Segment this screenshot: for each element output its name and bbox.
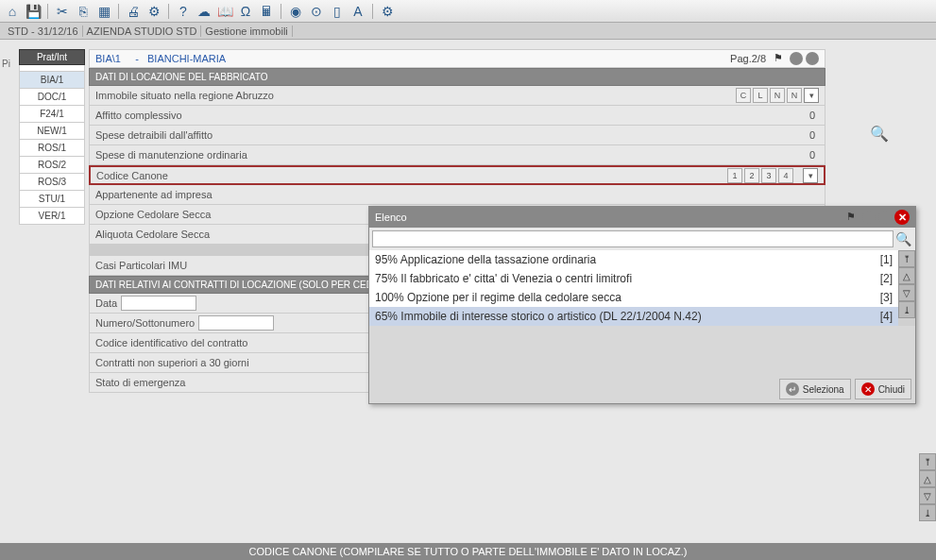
canone-dropdown-icon[interactable]: ▾ (803, 168, 818, 183)
book-icon[interactable]: 📖 (216, 3, 233, 20)
sidebar-item-doc1[interactable]: DOC/1 (19, 89, 85, 106)
spese-man-label: Spese di manutenzione ordinaria (95, 149, 762, 161)
canone-1[interactable]: 1 (727, 168, 742, 183)
search-icon[interactable]: 🔍 (893, 230, 912, 247)
print-icon[interactable]: 🖨 (125, 3, 142, 20)
elenco-popup: Elenco ⚑ ✕ 🔍 95% Applicazione della tass… (368, 206, 916, 404)
seleziona-button[interactable]: ↵ Seleziona (779, 379, 851, 399)
sidebar-item-f241[interactable]: F24/1 (19, 106, 85, 123)
close-icon: ✕ (861, 382, 875, 396)
popup-pin-icon[interactable]: ⚑ (846, 211, 859, 224)
sidebar-item-ver1[interactable]: VER/1 (19, 208, 85, 225)
cell-l[interactable]: L (753, 88, 768, 103)
home-icon[interactable]: ⌂ (4, 3, 21, 20)
cell-c[interactable]: C (736, 88, 751, 103)
client-code: BIA\1 (95, 53, 121, 64)
pin-icon[interactable]: ⚑ (774, 52, 787, 65)
dropdown-arrow-icon[interactable]: ▾ (804, 88, 819, 103)
popup-footer: ↵ Seleziona ✕ Chiudi (369, 326, 915, 403)
breadcrumb-module: Gestione immobili (201, 25, 292, 37)
spese-det-label: Spese detraibili dall'affitto (95, 129, 762, 141)
sidebar-header: Prat/Int (19, 49, 85, 65)
canone-label: Codice Canone (96, 170, 727, 181)
panel-header: BIA\1 - BIANCHI-MARIA Pag.2/8 ⚑ (89, 49, 825, 68)
target-icon[interactable]: ◉ (287, 3, 304, 20)
circle1-icon[interactable] (790, 52, 803, 65)
spese-man-value[interactable]: 0 (762, 149, 819, 161)
r-scroll-down-icon[interactable]: ▽ (919, 487, 936, 504)
popup-header: Elenco ⚑ ✕ (369, 207, 915, 228)
cell-n2[interactable]: N (787, 88, 802, 103)
copy-icon[interactable]: ⎘ (75, 3, 92, 20)
immobile-label: Immobile situato nella regione Abruzzo (95, 90, 736, 101)
sidebar-item-blank[interactable] (19, 65, 85, 72)
row-spese-man: Spese di manutenzione ordinaria 0 (89, 145, 825, 165)
scroll-top-icon[interactable]: ⤒ (898, 250, 915, 267)
help-icon[interactable]: ? (175, 3, 192, 20)
canone-4[interactable]: 4 (778, 168, 793, 183)
calc-icon[interactable]: 🖩 (258, 3, 275, 20)
breadcrumb-company: AZIENDA STUDIO STD (83, 25, 202, 37)
row-spese-det: Spese detraibili dall'affitto 0 (89, 126, 825, 145)
data-label: Data (95, 297, 117, 309)
popup-search-input[interactable] (372, 230, 893, 247)
spese-det-value[interactable]: 0 (762, 129, 819, 141)
popup-item-2[interactable]: 75% Il fabbricato e' citta' di Venezia o… (369, 269, 898, 288)
popup-scroll: ⤒ △ ▽ ⤓ (898, 250, 915, 326)
main-toolbar: ⌂ 💾 ✂ ⎘ ▦ 🖨 ⚙ ? ☁ 📖 Ω 🖩 ◉ ⊙ ▯ A ⚙ (0, 0, 936, 23)
pi-label: Pi (2, 59, 10, 69)
scroll-down-icon[interactable]: ▽ (898, 284, 915, 301)
impresa-label: Appartenente ad impresa (95, 189, 819, 200)
sidebar-item-bia1[interactable]: BIA/1 (19, 72, 85, 89)
sidebar-item-ros2[interactable]: ROS/2 (19, 157, 85, 174)
section1-title: DATI DI LOCAZIONE DEL FABBRICATO (89, 68, 825, 86)
record-icon[interactable]: ⊙ (308, 3, 325, 20)
omega-icon[interactable]: Ω (237, 3, 254, 20)
popup-close-icon[interactable]: ✕ (894, 210, 910, 225)
sidebar-item-new1[interactable]: NEW/1 (19, 123, 85, 140)
data-input[interactable] (121, 296, 196, 311)
sidebar-item-ros3[interactable]: ROS/3 (19, 174, 85, 191)
return-icon: ↵ (786, 382, 799, 396)
top-search-icon[interactable]: 🔍 (870, 125, 889, 143)
r-scroll-up-icon[interactable]: △ (919, 470, 936, 487)
numero-label: Numero/Sottonumero (95, 317, 195, 329)
gear-icon[interactable]: ⚙ (379, 3, 396, 20)
chiudi-button[interactable]: ✕ Chiudi (855, 379, 911, 399)
a-icon[interactable]: A (349, 3, 366, 20)
circle2-icon[interactable] (806, 52, 819, 65)
scroll-bottom-icon[interactable]: ⤓ (898, 301, 915, 318)
popup-c1-icon[interactable] (862, 211, 876, 224)
row-impresa: Appartenente ad impresa (89, 185, 825, 205)
breadcrumb: STD - 31/12/16 AZIENDA STUDIO STD Gestio… (0, 23, 936, 40)
scroll-up-icon[interactable]: △ (898, 267, 915, 284)
popup-item-1[interactable]: 95% Applicazione della tassazione ordina… (369, 250, 898, 269)
cloud-icon[interactable]: ☁ (196, 3, 213, 20)
doc-icon[interactable]: ▯ (329, 3, 346, 20)
client-name: BIANCHI-MARIA (147, 53, 226, 64)
paste-icon[interactable]: ▦ (95, 3, 112, 20)
canone-2[interactable]: 2 (744, 168, 759, 183)
affitto-value[interactable]: 0 (762, 110, 819, 121)
sidebar-item-ros1[interactable]: ROS/1 (19, 140, 85, 157)
popup-item-3[interactable]: 100% Opzione per il regime della cedolar… (369, 288, 898, 307)
breadcrumb-date: STD - 31/12/16 (4, 25, 83, 37)
popup-search: 🔍 (369, 228, 915, 250)
sidebar: Prat/Int BIA/1 DOC/1 F24/1 NEW/1 ROS/1 R… (19, 49, 85, 225)
numero-input[interactable] (198, 315, 274, 331)
r-scroll-top-icon[interactable]: ⤒ (919, 453, 936, 470)
row-affitto: Affitto complessivo 0 (89, 106, 825, 126)
status-bar: CODICE CANONE (COMPILARE SE TUTTO O PART… (0, 543, 936, 560)
tool-icon[interactable]: ⚙ (145, 3, 162, 20)
popup-title: Elenco (375, 212, 407, 223)
popup-c2-icon[interactable] (878, 211, 892, 224)
r-scroll-bottom-icon[interactable]: ⤓ (919, 504, 936, 521)
row-canone: Codice Canone 1 2 3 4 ▾ (89, 165, 825, 185)
cell-n[interactable]: N (770, 88, 785, 103)
cut-icon[interactable]: ✂ (54, 3, 71, 20)
canone-3[interactable]: 3 (761, 168, 776, 183)
sidebar-item-stu1[interactable]: STU/1 (19, 191, 85, 208)
popup-item-4[interactable]: 65% Immobile di interesse storico o arti… (369, 307, 898, 326)
row-immobile: Immobile situato nella regione Abruzzo C… (89, 86, 825, 106)
save-icon[interactable]: 💾 (25, 3, 42, 20)
